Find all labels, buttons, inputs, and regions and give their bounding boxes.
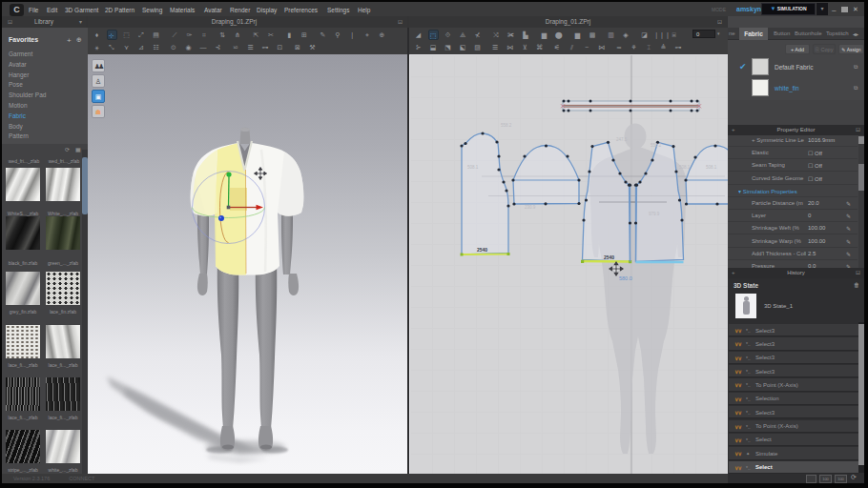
svg-text:508.1: 508.1 bbox=[706, 165, 717, 170]
svg-text:508.1: 508.1 bbox=[467, 165, 479, 170]
svg-text:558.2: 558.2 bbox=[501, 123, 512, 128]
svg-text:508.1: 508.1 bbox=[679, 165, 691, 170]
svg-text:2540: 2540 bbox=[477, 247, 487, 253]
svg-text:247.5: 247.5 bbox=[616, 137, 628, 142]
svg-text:580.0: 580.0 bbox=[619, 275, 632, 281]
svg-text:979.9: 979.9 bbox=[649, 212, 660, 216]
svg-text:558.2: 558.2 bbox=[651, 143, 662, 148]
svg-text:2540: 2540 bbox=[604, 254, 614, 260]
svg-text:230.9: 230.9 bbox=[525, 205, 536, 210]
